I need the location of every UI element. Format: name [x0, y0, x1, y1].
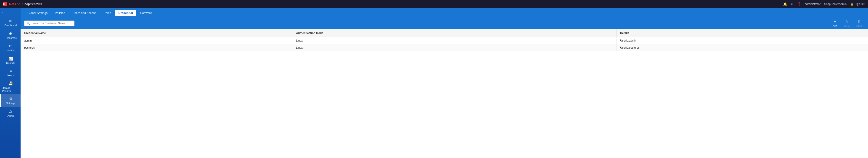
- new-button[interactable]: + New: [830, 19, 840, 28]
- sidebar: ‹ ⊞ Dashboard ◉ Resources ⟳ Monitor 📊 Re…: [0, 8, 21, 158]
- main-layout: ‹ ⊞ Dashboard ◉ Resources ⟳ Monitor 📊 Re…: [0, 8, 868, 158]
- table-row[interactable]: postgres Linux UserId:postgres: [21, 44, 868, 51]
- sidebar-item-dashboard[interactable]: ⊞ Dashboard: [0, 17, 21, 29]
- cell-credential-name: admin: [21, 37, 292, 44]
- search-icon: 🔍: [27, 22, 30, 25]
- mail-icon[interactable]: ✉: [791, 2, 794, 6]
- sidebar-label-reports: Reports: [6, 62, 15, 64]
- col-header-credential-name: Credential Name: [21, 29, 292, 37]
- sub-nav: Global Settings Policies Users and Acces…: [21, 8, 868, 18]
- monitor-icon: ⟳: [9, 44, 12, 48]
- sign-out-label: Sign Out: [855, 2, 865, 6]
- col-header-details: Details: [617, 29, 868, 37]
- svg-text:N: N: [3, 3, 5, 6]
- cell-credential-name: postgres: [21, 44, 292, 51]
- table-row[interactable]: admin Linux UserId:admin: [21, 37, 868, 44]
- subnav-credential[interactable]: Credential: [115, 10, 136, 16]
- delete-icon: 🗑: [857, 20, 861, 24]
- subnav-global-settings[interactable]: Global Settings: [24, 10, 51, 16]
- sign-out-button[interactable]: 🔒 Sign Out: [850, 2, 865, 6]
- sidebar-item-storage-systems[interactable]: 💾 Storage Systems: [0, 79, 21, 94]
- sidebar-label-monitor: Monitor: [6, 49, 15, 52]
- cell-auth-mode: Linux: [292, 37, 617, 44]
- top-bar-brand: N NetApp SnapCenter®: [3, 2, 42, 6]
- sidebar-label-hosts: Hosts: [7, 74, 14, 77]
- credentials-table: Credential Name Authentication Mode Deta…: [21, 29, 868, 51]
- settings-icon: ⚙: [9, 97, 12, 101]
- cell-details: UserId:postgres: [617, 44, 868, 51]
- modify-button[interactable]: ✎ Modify: [842, 19, 852, 28]
- admin-label[interactable]: SnapCenterAdmin: [824, 2, 846, 6]
- help-icon[interactable]: ❓: [797, 2, 801, 6]
- sidebar-label-storage: Storage Systems: [2, 87, 20, 92]
- credentials-table-container: Credential Name Authentication Mode Deta…: [21, 29, 868, 158]
- resources-icon: ◉: [9, 31, 12, 36]
- sidebar-item-hosts[interactable]: 🖥 Hosts: [0, 67, 21, 79]
- table-header-row: Credential Name Authentication Mode Deta…: [21, 29, 868, 37]
- main-content: Global Settings Policies Users and Acces…: [21, 8, 868, 158]
- content-panel: 🔍 + New ✎ Modify 🗑 Delete: [21, 18, 868, 158]
- alerts-icon: ⚠: [9, 109, 12, 114]
- delete-label: Delete: [856, 25, 863, 27]
- cell-auth-mode: Linux: [292, 44, 617, 51]
- brand-netapp: NetApp: [9, 2, 21, 6]
- hosts-icon: 🖥: [9, 69, 12, 73]
- sidebar-item-reports[interactable]: 📊 Reports: [0, 54, 21, 67]
- modify-icon: ✎: [845, 20, 849, 25]
- reports-icon: 📊: [8, 56, 13, 61]
- subnav-policies[interactable]: Policies: [52, 10, 68, 16]
- top-bar: N NetApp SnapCenter® 🔔 ✉ ❓ administrator…: [0, 0, 868, 8]
- collapse-icon: ‹: [2, 11, 3, 14]
- sidebar-item-resources[interactable]: ◉ Resources: [0, 29, 21, 41]
- sidebar-label-alerts: Alerts: [7, 115, 14, 117]
- sidebar-label-settings: Settings: [6, 102, 15, 104]
- netapp-logo: N: [3, 2, 7, 6]
- sidebar-collapse-button[interactable]: ‹: [0, 10, 21, 15]
- subnav-users-and-access[interactable]: Users and Access: [69, 10, 99, 16]
- new-icon: +: [834, 20, 836, 24]
- subnav-software[interactable]: Software: [137, 10, 155, 16]
- new-label: New: [833, 25, 837, 27]
- search-input[interactable]: [32, 22, 72, 25]
- sidebar-item-settings[interactable]: ⚙ Settings: [0, 94, 21, 107]
- sidebar-item-monitor[interactable]: ⟳ Monitor: [0, 41, 21, 54]
- app-name: SnapCenter®: [22, 2, 42, 6]
- storage-icon: 💾: [8, 81, 13, 86]
- dashboard-icon: ⊞: [9, 19, 12, 23]
- toolbar: 🔍 + New ✎ Modify 🗑 Delete: [21, 18, 868, 29]
- table-body: admin Linux UserId:admin postgres Linux …: [21, 37, 868, 51]
- col-header-auth-mode: Authentication Mode: [292, 29, 617, 37]
- action-buttons: + New ✎ Modify 🗑 Delete: [830, 19, 864, 28]
- modify-label: Modify: [844, 25, 850, 27]
- cell-details: UserId:admin: [617, 37, 868, 44]
- delete-button[interactable]: 🗑 Delete: [854, 19, 864, 28]
- subnav-roles[interactable]: Roles: [100, 10, 114, 16]
- sidebar-item-alerts[interactable]: ⚠ Alerts: [0, 107, 21, 119]
- sidebar-label-resources: Resources: [5, 36, 17, 39]
- user-label[interactable]: administrator: [805, 2, 820, 6]
- sign-out-icon: 🔒: [850, 2, 854, 6]
- search-box[interactable]: 🔍: [24, 21, 74, 26]
- sidebar-label-dashboard: Dashboard: [5, 24, 17, 27]
- bell-icon[interactable]: 🔔: [783, 2, 787, 6]
- top-bar-actions: 🔔 ✉ ❓ administrator SnapCenterAdmin 🔒 Si…: [783, 2, 865, 6]
